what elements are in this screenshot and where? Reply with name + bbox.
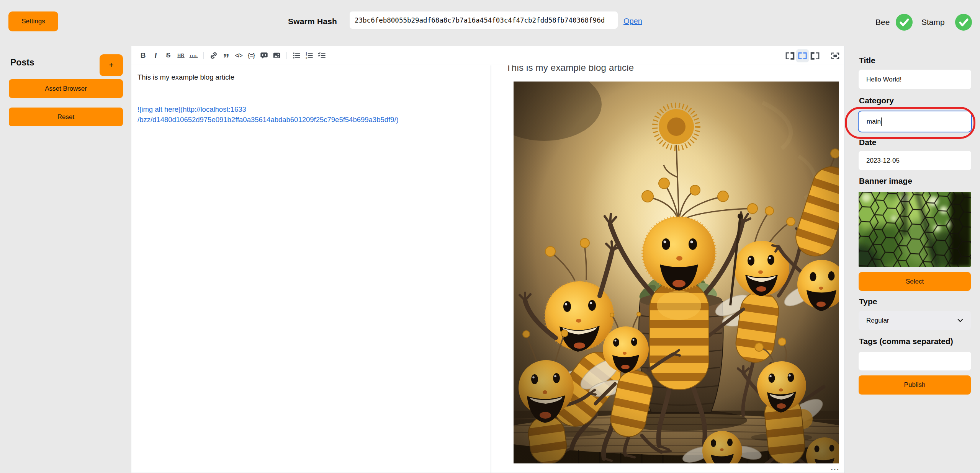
image-button[interactable] bbox=[270, 49, 283, 62]
asset-browser-button[interactable]: Asset Browser bbox=[9, 79, 123, 98]
toolbar-separator bbox=[286, 52, 287, 59]
horizontal-rule-button[interactable]: HR bbox=[175, 49, 187, 62]
stamp-check-icon bbox=[955, 14, 972, 31]
publish-button[interactable]: Publish bbox=[859, 375, 971, 395]
settings-button[interactable]: Settings bbox=[8, 11, 58, 31]
ordered-list-icon: 1 2 3 bbox=[305, 51, 314, 60]
title-label: Title bbox=[859, 56, 875, 65]
banner-image bbox=[859, 192, 971, 267]
toolbar-separator bbox=[203, 52, 204, 59]
preview-pane: This is my example blog article bbox=[491, 65, 844, 473]
title-input[interactable] bbox=[859, 70, 971, 89]
swarm-hash-label: Swarm Hash bbox=[288, 17, 337, 26]
markdown-image-link: ![img alt here](http://localhost:1633 /b… bbox=[137, 104, 484, 125]
type-selected-value: Regular bbox=[866, 317, 889, 325]
category-label: Category bbox=[859, 96, 894, 105]
preview-resize-handle[interactable]: ... bbox=[831, 464, 840, 472]
code-bubble-icon bbox=[260, 51, 268, 60]
bee-check-icon bbox=[896, 14, 913, 31]
select-banner-button[interactable]: Select bbox=[859, 272, 971, 291]
toolbar-right-group bbox=[784, 46, 841, 65]
link-button[interactable] bbox=[207, 49, 220, 62]
category-value: main bbox=[867, 118, 881, 126]
markdown-editor[interactable]: This is my example blog article ![img al… bbox=[131, 65, 491, 473]
image-icon bbox=[272, 51, 281, 60]
add-post-button[interactable]: + bbox=[100, 54, 123, 76]
markdown-paragraph: This is my example blog article bbox=[137, 72, 484, 82]
fullscreen-button[interactable] bbox=[829, 49, 841, 62]
preview-only-view-button[interactable] bbox=[809, 49, 821, 62]
category-input[interactable]: main bbox=[858, 111, 972, 132]
swarm-hash-input[interactable] bbox=[350, 11, 618, 29]
stamp-status-label: Stamp bbox=[921, 18, 945, 27]
tags-label: Tags (comma separated) bbox=[859, 337, 953, 346]
reset-button[interactable]: Reset bbox=[9, 108, 123, 126]
article-image: .arm{stroke:#4a3626;stroke-width:12;fill… bbox=[514, 82, 839, 463]
text-caret bbox=[881, 117, 882, 126]
split-view-button[interactable] bbox=[796, 49, 809, 62]
editor-only-view-icon bbox=[785, 52, 795, 60]
editor-only-view-button[interactable] bbox=[784, 49, 796, 62]
task-list-icon bbox=[317, 51, 326, 60]
editor-toolbar: B I S HR TITL ” </> {=} bbox=[131, 46, 844, 65]
date-input[interactable] bbox=[859, 151, 971, 170]
preview-heading: This is my example blog article bbox=[491, 65, 844, 73]
open-link[interactable]: Open bbox=[623, 17, 642, 26]
ordered-list-button[interactable]: 1 2 3 bbox=[303, 49, 316, 62]
italic-button[interactable]: I bbox=[149, 49, 162, 62]
posts-heading: Posts bbox=[10, 57, 34, 68]
blockquote-button[interactable]: ” bbox=[220, 49, 232, 62]
bee-status-label: Bee bbox=[875, 18, 890, 27]
banner-image-thumbnail[interactable] bbox=[859, 192, 971, 267]
type-select[interactable]: Regular bbox=[859, 311, 971, 330]
split-view-icon bbox=[798, 52, 807, 60]
html-block-button[interactable] bbox=[258, 49, 270, 62]
tags-input[interactable] bbox=[859, 352, 971, 370]
svg-text:3: 3 bbox=[306, 57, 307, 59]
code-block-button[interactable]: {=} bbox=[245, 49, 258, 62]
bullet-list-button[interactable] bbox=[290, 49, 303, 62]
editor-panel: B I S HR TITL ” </> {=} bbox=[131, 46, 845, 473]
date-label: Date bbox=[859, 138, 877, 147]
strikethrough-button[interactable]: S bbox=[162, 49, 175, 62]
fullscreen-icon bbox=[831, 52, 839, 60]
toolbar-separator bbox=[825, 52, 825, 59]
type-label: Type bbox=[859, 297, 877, 306]
task-list-button[interactable] bbox=[316, 49, 328, 62]
preview-only-view-icon bbox=[810, 52, 820, 60]
bullet-list-icon bbox=[292, 51, 301, 60]
banner-image-label: Banner image bbox=[859, 176, 912, 186]
inline-code-button[interactable]: </> bbox=[232, 49, 245, 62]
bold-button[interactable]: B bbox=[137, 49, 149, 62]
title-heading-button[interactable]: TITL bbox=[187, 49, 200, 62]
chevron-down-icon bbox=[957, 319, 963, 322]
link-icon bbox=[209, 51, 218, 60]
